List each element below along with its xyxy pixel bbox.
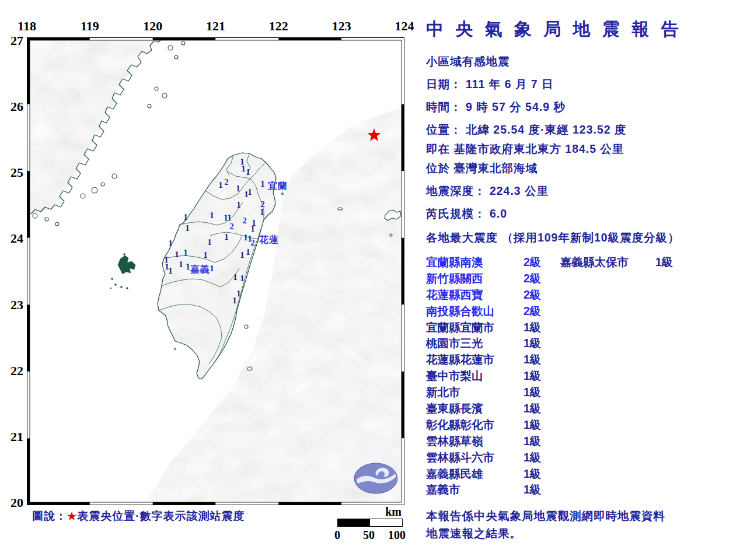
- intensity-row: 新竹縣關西2級: [426, 271, 541, 287]
- intensity-row: 桃園市三光1級: [426, 335, 541, 352]
- legend-prefix: 圖說：: [32, 510, 67, 522]
- intensity-list-right: 嘉義縣太保市1級: [560, 254, 673, 271]
- station-level: 2級: [523, 304, 541, 317]
- longitude-tick-label: 123: [332, 19, 351, 34]
- station-level: 1級: [523, 353, 541, 366]
- intensity-row: 嘉義市1級: [426, 482, 541, 498]
- station-intensity-1: 1: [236, 289, 241, 298]
- place-label: 花蓮: [259, 235, 279, 244]
- intensity-row: 臺東縣長濱1級: [426, 401, 541, 417]
- station-intensity-1: 1: [236, 200, 241, 209]
- longitude-tick-label: 118: [18, 19, 36, 34]
- scale-unit: km: [337, 505, 402, 519]
- station-intensity-1: 1: [183, 212, 188, 222]
- scale-bar: [337, 519, 403, 527]
- station-name: 新北市: [426, 384, 523, 401]
- station-name: 新竹縣關西: [426, 271, 523, 287]
- scale-tick-100: 100: [388, 528, 406, 542]
- intensity-row: 宜蘭縣宜蘭市1級: [426, 320, 541, 336]
- report-date: 日期： 111 年 6 月 7 日: [426, 76, 554, 92]
- station-intensity-1: 1: [227, 213, 232, 222]
- map-legend: 圖說：★表震央位置·數字表示該測站震度: [32, 509, 245, 524]
- station-intensity-1: 1: [236, 184, 240, 193]
- station-intensity-1: 1: [224, 232, 229, 242]
- legend-text: 表震央位置·數字表示該測站震度: [77, 510, 245, 522]
- footer-line-1: 本報告係中央氣象局地震觀測網即時地震資料: [426, 508, 665, 524]
- station-intensity-1: 1: [246, 247, 250, 257]
- cwb-logo: [354, 463, 397, 494]
- longitude-tick-label: 119: [81, 19, 99, 34]
- station-level: 1級: [523, 369, 541, 382]
- station-intensity-2: 2: [250, 238, 255, 247]
- intensity-row: 嘉義縣太保市1級: [560, 254, 673, 271]
- intensity-row: 南投縣合歡山2級: [426, 303, 541, 320]
- station-intensity-1: 1: [244, 190, 249, 199]
- station-name: 彰化縣彰化市: [426, 417, 523, 433]
- latitude-tick-label: 25: [0, 165, 23, 180]
- station-intensity-1: 1: [241, 164, 246, 173]
- station-name: 嘉義縣太保市: [560, 254, 655, 271]
- station-name: 雲林縣斗六市: [426, 450, 523, 466]
- station-intensity-1: 1: [168, 239, 173, 248]
- station-name: 臺東縣長濱: [426, 401, 523, 417]
- station-intensity-1: 1: [218, 180, 223, 190]
- intensity-row: 彰化縣彰化市1級: [426, 417, 541, 433]
- event-type-label: 小區域有感地震: [426, 54, 510, 69]
- latitude-tick-label: 22: [0, 363, 23, 379]
- latitude-tick-label: 20: [0, 495, 23, 510]
- report-title: 中 央 氣 象 局 地 震 報 告: [426, 18, 682, 41]
- station-intensity-2: 2: [229, 222, 234, 231]
- station-level: 2級: [523, 272, 541, 285]
- intensity-row: 嘉義縣民雄1級: [426, 466, 541, 482]
- earthquake-report-page: 118119120121122123124 2726252423222120: [0, 0, 747, 560]
- report-region: 位於 臺灣東北部海域: [426, 160, 537, 176]
- scale-tick-50: 50: [363, 528, 375, 542]
- station-name: 嘉義縣民雄: [426, 466, 523, 482]
- station-intensity-1: 1: [207, 237, 212, 247]
- station-intensity-1: 1: [210, 211, 214, 220]
- latitude-tick-label: 27: [0, 33, 23, 48]
- station-intensity-1: 1: [246, 167, 250, 177]
- longitude-tick-label: 121: [206, 19, 225, 34]
- longitude-tick-label: 122: [269, 19, 288, 34]
- station-name: 南投縣合歡山: [426, 303, 523, 320]
- station-level: 1級: [523, 402, 541, 415]
- latitude-tick-label: 26: [0, 99, 23, 114]
- station-name: 桃園市三光: [426, 335, 523, 352]
- station-intensity-1: 1: [260, 179, 265, 188]
- station-intensity-1: 1: [174, 250, 179, 259]
- station-intensity-1: 1: [232, 296, 237, 305]
- station-intensity-1: 1: [183, 248, 188, 257]
- intensity-list-left: 宜蘭縣南澳2級新竹縣關西2級花蓮縣西寶2級南投縣合歡山2級宜蘭縣宜蘭市1級桃園市…: [426, 254, 541, 498]
- station-name: 花蓮縣西寶: [426, 287, 523, 303]
- station-intensity-1: 1: [210, 264, 214, 273]
- report-magnitude: 芮氏規模： 6.0: [426, 206, 507, 222]
- station-intensity-2: 2: [260, 200, 265, 209]
- station-name: 臺中市梨山: [426, 368, 523, 384]
- intensity-row: 宜蘭縣南澳2級: [426, 254, 541, 271]
- station-level: 2級: [523, 288, 541, 301]
- station-level: 1級: [523, 451, 541, 464]
- station-intensity-2: 2: [224, 177, 229, 187]
- station-level: 1級: [523, 321, 541, 334]
- place-label: 宜蘭: [268, 180, 288, 191]
- station-intensity-1: 1: [186, 262, 190, 271]
- intensity-row: 臺中市梨山1級: [426, 368, 541, 384]
- longitude-tick-label: 124: [395, 19, 414, 34]
- report-depth: 地震深度： 224.3 公里: [426, 183, 549, 199]
- station-name: 花蓮縣花蓮市: [426, 352, 523, 368]
- taiwan-region-map: 1111111111111111111111111111111111111222…: [27, 37, 404, 505]
- report-time: 時間： 9 時 57 分 54.9 秒: [426, 99, 566, 115]
- intensity-row: 花蓮縣西寶2級: [426, 287, 541, 303]
- report-reference-distance: 即在 基隆市政府東北東方 184.5 公里: [426, 141, 624, 157]
- legend-star-icon: ★: [67, 510, 77, 522]
- station-level: 1級: [523, 483, 541, 496]
- intensity-row: 雲林縣草嶺1級: [426, 433, 541, 450]
- intensity-row: 新北市1級: [426, 384, 541, 401]
- station-intensity-1: 1: [203, 250, 208, 260]
- station-name: 雲林縣草嶺: [426, 433, 523, 450]
- station-intensity-1: 1: [168, 266, 173, 275]
- latitude-tick-label: 21: [0, 429, 23, 444]
- station-level: 2級: [523, 256, 541, 268]
- station-intensity-1: 1: [250, 224, 255, 233]
